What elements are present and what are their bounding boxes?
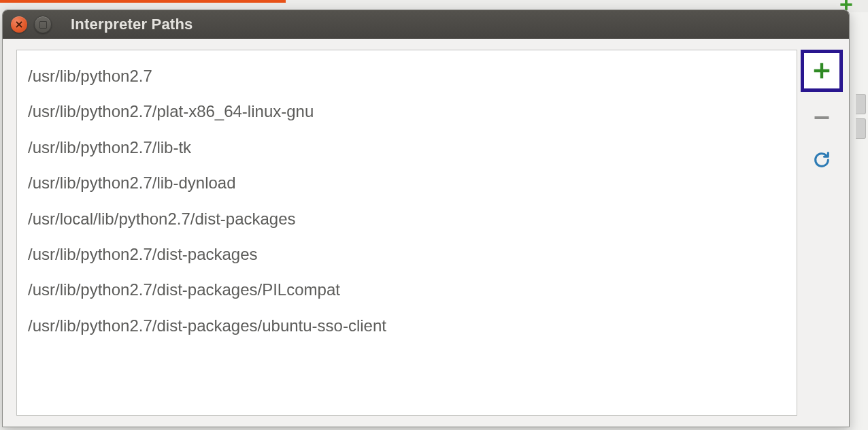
close-icon	[16, 21, 22, 28]
window-close-button[interactable]	[11, 16, 27, 33]
side-toolbar	[804, 50, 839, 416]
plus-icon	[812, 61, 832, 81]
reload-paths-button[interactable]	[805, 144, 838, 176]
window-title: Interpreter Paths	[71, 16, 193, 33]
path-item[interactable]: /usr/local/lib/python2.7/dist-packages	[25, 201, 788, 237]
restore-icon	[39, 21, 47, 29]
window-restore-button[interactable]	[34, 16, 52, 33]
path-item[interactable]: /usr/lib/python2.7	[25, 59, 788, 94]
scroll-chunk[interactable]	[856, 94, 866, 114]
path-list[interactable]: /usr/lib/python2.7 /usr/lib/python2.7/pl…	[16, 50, 797, 416]
path-item[interactable]: /usr/lib/python2.7/dist-packages/PILcomp…	[25, 272, 788, 308]
dialog-body: /usr/lib/python2.7 /usr/lib/python2.7/pl…	[3, 39, 849, 427]
path-item[interactable]: /usr/lib/python2.7/lib-tk	[25, 130, 788, 165]
minus-icon	[812, 108, 831, 127]
scroll-chunk[interactable]	[856, 118, 866, 139]
titlebar: Interpreter Paths	[3, 10, 849, 39]
add-path-button[interactable]	[801, 50, 843, 92]
path-item[interactable]: /usr/lib/python2.7/plat-x86_64-linux-gnu	[25, 94, 788, 129]
path-item[interactable]: /usr/lib/python2.7/dist-packages	[25, 237, 788, 272]
background-orange-bar	[0, 0, 286, 3]
path-item[interactable]: /usr/lib/python2.7/dist-packages/ubuntu-…	[25, 308, 788, 344]
remove-path-button[interactable]	[805, 101, 838, 134]
edge-scroll-indicator	[856, 94, 868, 139]
reload-icon	[812, 150, 831, 169]
interpreter-paths-dialog: Interpreter Paths /usr/lib/python2.7 /us…	[2, 10, 850, 427]
path-item[interactable]: /usr/lib/python2.7/lib-dynload	[25, 165, 788, 201]
